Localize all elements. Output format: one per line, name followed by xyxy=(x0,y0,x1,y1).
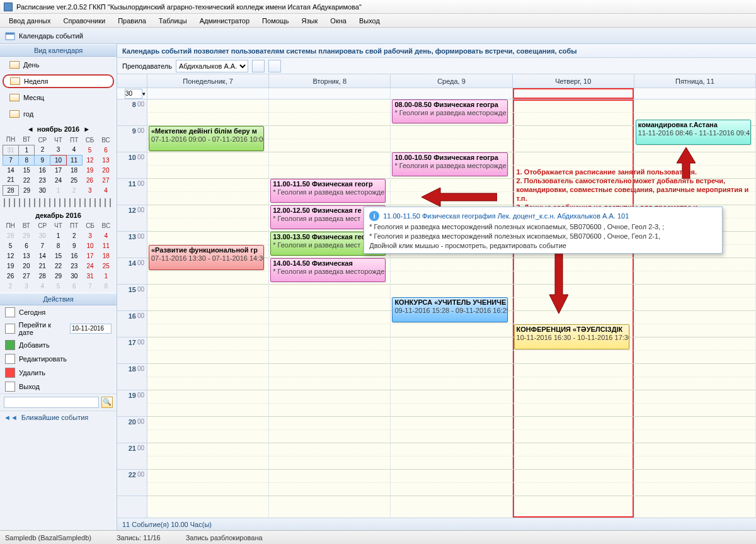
menu-lang[interactable]: Язык xyxy=(297,15,323,26)
time-slot[interactable] xyxy=(391,483,512,496)
action-delete[interactable]: Удалить xyxy=(0,366,117,380)
time-slot[interactable] xyxy=(513,430,634,443)
time-slot[interactable] xyxy=(147,456,268,470)
time-slot[interactable] xyxy=(269,152,390,166)
cal-day[interactable]: 5 xyxy=(3,241,18,251)
time-slot[interactable] xyxy=(513,351,634,364)
cal-day[interactable]: 14 xyxy=(3,165,19,175)
hdr-wed[interactable]: Среда, 9 xyxy=(391,74,512,88)
hdr-fri[interactable]: Пятница, 11 xyxy=(634,74,756,88)
time-slot[interactable] xyxy=(269,390,390,404)
time-slot[interactable] xyxy=(513,390,634,404)
view-month[interactable]: Месяц xyxy=(3,91,114,105)
cal-day[interactable]: 3 xyxy=(82,231,98,241)
cal-day[interactable]: 6 xyxy=(98,145,113,155)
cal-day[interactable]: 16 xyxy=(35,165,50,175)
time-slot[interactable] xyxy=(269,483,390,496)
time-slot[interactable] xyxy=(269,285,390,298)
cal-day[interactable]: 2 xyxy=(66,185,82,195)
cal-day[interactable]: 11 xyxy=(98,241,114,251)
cal-day[interactable]: 4 xyxy=(66,145,82,155)
cal-day[interactable]: 3 xyxy=(18,281,34,292)
cal-day[interactable]: 30 xyxy=(66,271,82,281)
refresh-icon[interactable] xyxy=(268,60,281,72)
time-slot[interactable] xyxy=(513,139,634,152)
time-slot[interactable] xyxy=(269,99,390,113)
menu-rules[interactable]: Правила xyxy=(113,15,151,26)
menu-admin[interactable]: Администратор xyxy=(195,15,255,26)
time-slot[interactable] xyxy=(147,351,268,364)
time-slot[interactable] xyxy=(391,126,512,139)
time-slot[interactable] xyxy=(634,311,755,324)
time-slot[interactable] xyxy=(147,166,268,179)
action-exit[interactable]: Выход xyxy=(0,380,117,394)
cal-day[interactable]: 13 xyxy=(98,155,113,165)
cal-day[interactable]: 30 xyxy=(35,231,50,241)
prev-month-icon[interactable]: ◄ xyxy=(27,125,33,133)
cal-day[interactable]: 18 xyxy=(98,251,114,261)
time-slot[interactable] xyxy=(513,443,634,456)
event-0800[interactable]: 08.00-08.50 Физическая геогра* Геология … xyxy=(392,99,507,123)
cal-day[interactable]: 29 xyxy=(50,271,66,281)
time-slot[interactable] xyxy=(634,351,755,364)
time-slot[interactable] xyxy=(147,152,268,166)
time-slot[interactable] xyxy=(147,390,268,404)
time-slot[interactable] xyxy=(269,139,390,152)
event-konkurs[interactable]: КОНКУРСА «УЧИТЕЛЬ УЧЕНИЧЕ09-11-2016 15:2… xyxy=(392,297,507,322)
cal-day[interactable]: 20 xyxy=(18,261,34,271)
time-slot[interactable] xyxy=(391,139,512,152)
cal-day[interactable]: 12 xyxy=(3,251,18,261)
time-slot[interactable] xyxy=(269,351,390,364)
goto-date-input[interactable] xyxy=(70,324,112,334)
time-slot[interactable] xyxy=(634,483,755,496)
time-slot[interactable] xyxy=(147,232,268,245)
menu-dict[interactable]: Справочники xyxy=(59,15,111,26)
time-slot[interactable] xyxy=(634,364,755,377)
time-slot[interactable] xyxy=(147,311,268,324)
time-slot[interactable] xyxy=(269,324,390,337)
action-today[interactable]: Сегодня xyxy=(0,305,117,319)
cal-day[interactable]: 29 xyxy=(19,185,35,195)
time-slot[interactable] xyxy=(513,99,634,113)
cal-day[interactable]: 30 xyxy=(35,185,50,195)
cal-day[interactable]: 7 xyxy=(3,155,19,165)
time-slot[interactable] xyxy=(147,113,268,126)
time-slot[interactable] xyxy=(269,377,390,390)
cal-day[interactable]: 15 xyxy=(19,165,35,175)
event-trip[interactable]: командировка г.Астана11-11-2016 08:46 - … xyxy=(636,120,751,145)
time-slot[interactable] xyxy=(634,271,755,285)
cal-day[interactable]: 3 xyxy=(50,145,66,155)
time-slot[interactable] xyxy=(634,417,755,430)
time-slot[interactable] xyxy=(269,166,390,179)
event-mektepke[interactable]: «Мектепке дейінгі білім беру м07-11-2016… xyxy=(149,126,264,151)
cal-day[interactable]: 25 xyxy=(66,175,82,185)
hdr-thu[interactable]: Четверг, 10 xyxy=(513,74,634,88)
search-input[interactable] xyxy=(4,397,99,408)
cal-day[interactable]: 4 xyxy=(98,185,113,195)
cal-day[interactable]: 17 xyxy=(50,165,66,175)
cal-day[interactable]: 4 xyxy=(35,281,50,292)
time-slot[interactable] xyxy=(147,192,268,205)
event-1400[interactable]: 14.00-14.50 Физическая* Геология и разве… xyxy=(270,258,386,282)
chevron-left-icon[interactable]: ◄◄ xyxy=(4,414,18,421)
cal-day[interactable]: 23 xyxy=(35,175,50,185)
time-slot[interactable] xyxy=(269,311,390,324)
time-slot[interactable] xyxy=(269,456,390,470)
time-slot[interactable] xyxy=(269,113,390,126)
cal-day[interactable]: 8 xyxy=(50,241,66,251)
time-slot[interactable] xyxy=(147,99,268,113)
cal-day[interactable]: 9 xyxy=(66,241,82,251)
time-slot[interactable] xyxy=(269,443,390,456)
cal-day[interactable]: 8 xyxy=(98,281,114,292)
cal-day[interactable]: 1 xyxy=(50,231,66,241)
upcoming-panel[interactable]: ◄◄ Ближайшие события xyxy=(0,411,117,424)
time-slot[interactable] xyxy=(391,456,512,470)
time-slot[interactable] xyxy=(147,404,268,417)
time-slot[interactable] xyxy=(147,430,268,443)
minical-nov[interactable]: ◄ноябрь 2016► ПНВТСРЧТПТСБВС311234567891… xyxy=(0,122,117,197)
time-slot[interactable] xyxy=(147,417,268,430)
time-slot[interactable] xyxy=(391,417,512,430)
event-conference[interactable]: КОНФЕРЕНЦИЯ «ТӘУЕЛСІЗДІК10-11-2016 16:30… xyxy=(514,324,629,349)
cal-day[interactable]: 7 xyxy=(35,241,50,251)
cal-day[interactable]: 31 xyxy=(82,271,98,281)
